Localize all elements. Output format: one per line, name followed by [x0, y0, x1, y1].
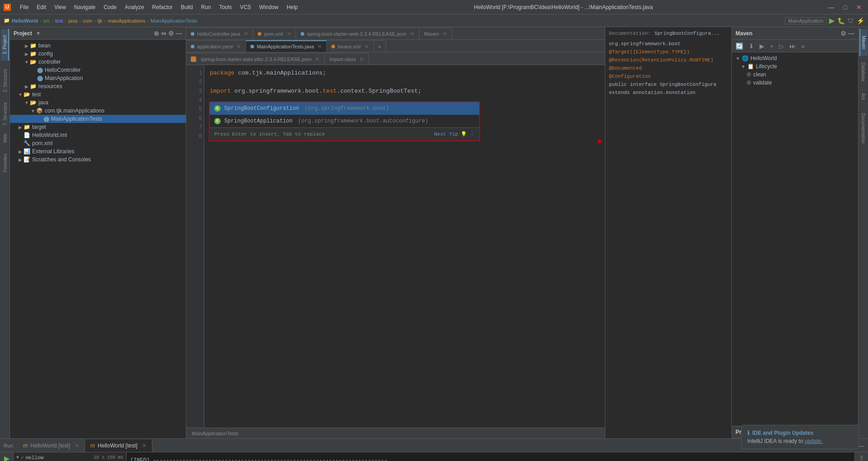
tab-spring-web[interactable]: spring-boot-starter-web-2.3.4.RELEASE.po… — [296, 28, 420, 39]
maven-lifecycle[interactable]: ▼ 📋 Lifecycle — [732, 62, 858, 71]
tree-item-target[interactable]: ▶ 📁 target — [10, 123, 186, 131]
tab-close-beans[interactable]: ✕ — [364, 43, 369, 50]
tree-item-ext-libs[interactable]: ▶ 📊 External Libraries — [10, 147, 186, 155]
run1-close[interactable]: ✕ — [75, 442, 79, 449]
code-editor[interactable]: package com.tjk.mainApplications; import… — [204, 65, 605, 428]
run2-close[interactable]: ✕ — [142, 442, 146, 449]
tab-close-pom[interactable]: ✕ — [287, 31, 291, 37]
maven-helloworld[interactable]: ▼ 🌐 HelloWorld — [732, 54, 858, 62]
tree-item-hellocontroller[interactable]: ⬤ HelloController — [10, 66, 186, 74]
run-button[interactable]: ▶ — [829, 16, 835, 25]
minimize-button[interactable]: — — [826, 3, 837, 12]
breadcrumb-tjk[interactable]: tjk — [98, 18, 103, 24]
tab-main-tests[interactable]: MainApplicationTests.java ✕ — [246, 40, 327, 52]
tab-maven-settings[interactable]: Maven ✕ — [420, 28, 452, 39]
tab-close-mt[interactable]: ✕ — [317, 43, 322, 50]
sidebar-tab-project[interactable]: 1: Project — [1, 29, 9, 61]
ac-item-springbootapplication[interactable]: C SpringBootApplication (org.springframe… — [210, 115, 479, 127]
menu-code[interactable]: Code — [100, 3, 120, 11]
menu-run[interactable]: Run — [198, 3, 215, 11]
maven-validate[interactable]: ⚙ validate — [732, 79, 858, 87]
menu-vcs[interactable]: VCS — [236, 3, 255, 11]
tab-overflow[interactable]: » — [374, 40, 386, 52]
tab-close-maven[interactable]: ✕ — [443, 31, 447, 37]
maven-play-btn[interactable]: ▷ — [777, 42, 786, 51]
breadcrumb-com[interactable]: com — [83, 18, 92, 24]
right-tab-database[interactable]: Database — [859, 56, 868, 88]
tab-application-yaml[interactable]: application.yaml ✕ — [186, 40, 246, 52]
close-button[interactable]: ✕ — [854, 3, 864, 12]
tab-spring-data[interactable]: spring-boot-starter-data-jdbc-2.3.4.RELE… — [186, 53, 325, 65]
maven-add-btn[interactable]: + — [768, 42, 775, 51]
maven-clean[interactable]: ⚙ clean — [732, 71, 858, 79]
menu-build[interactable]: Build — [177, 3, 197, 11]
breadcrumb-main-applications[interactable]: mainApplications — [108, 18, 145, 24]
bottom-tab-run2[interactable]: m HelloWorld [test] ✕ — [85, 439, 152, 452]
tab-beans[interactable]: beans.xml ✕ — [327, 40, 373, 52]
tree-item-resources[interactable]: ▶ 📁 resources — [10, 82, 186, 90]
maven-minimize-btn[interactable]: — — [848, 30, 854, 37]
tree-item-bean[interactable]: ▶ 📁 bean — [10, 42, 186, 50]
tab-close-sw[interactable]: ✕ — [410, 31, 415, 37]
tree-item-test[interactable]: ▼ 📂 test — [10, 90, 186, 99]
next-tip-link[interactable]: Next Tip — [434, 130, 458, 139]
maven-refresh-btn[interactable]: 🔄 — [734, 42, 745, 51]
tab-import[interactable]: Import.class ✕ — [325, 53, 369, 65]
run-config-dropdown[interactable]: MainApplication — [785, 17, 826, 24]
profile-button[interactable]: ⚡ — [857, 17, 864, 24]
bottom-tab-run1[interactable]: m HelloWorld [test] ✕ — [18, 439, 85, 452]
sidebar-tab-structure2[interactable]: 7: Structure — [1, 100, 9, 127]
right-tab-documentation[interactable]: Documentation — [859, 106, 868, 151]
menu-refactor[interactable]: Refactor — [149, 3, 176, 11]
coverage-button[interactable]: 🛡 — [848, 17, 854, 24]
menu-help[interactable]: Help — [283, 3, 302, 11]
tree-item-iml[interactable]: 📄 HelloWorld.iml — [10, 131, 186, 139]
menu-window[interactable]: Window — [255, 3, 282, 11]
tree-item-config[interactable]: ▶ 📁 config — [10, 50, 186, 58]
tab-hellocontroller[interactable]: HelloController.java ✕ — [186, 28, 253, 39]
menu-tools[interactable]: Tools — [216, 3, 236, 11]
run-item-hellow[interactable]: ▼ ✓ HelloW 10 s 150 ms — [15, 454, 124, 461]
tab-pom[interactable]: pom.xml ✕ — [253, 28, 296, 39]
tree-item-mainapplication[interactable]: ⬤ MainApplication — [10, 74, 186, 82]
breadcrumb-src[interactable]: src — [43, 18, 50, 24]
tree-item-scratches[interactable]: ▶ 📝 Scratches and Consoles — [10, 155, 186, 164]
right-tab-maven[interactable]: Maven — [859, 29, 868, 56]
tree-item-java[interactable]: ▼ 📂 java — [10, 99, 186, 107]
bottom-minimize-btn[interactable]: — — [858, 442, 864, 449]
menu-file[interactable]: File — [16, 3, 32, 11]
tab-close-hc[interactable]: ✕ — [244, 31, 248, 37]
sidebar-tab-favorites[interactable]: Favorites — [1, 149, 9, 176]
project-settings-btn[interactable]: ⚙ — [168, 30, 174, 37]
maven-step-btn[interactable]: ⏭ — [788, 42, 797, 51]
ac-item-springbootconfiguration[interactable]: C SpringBootConfiguration (org.springfra… — [210, 102, 479, 115]
run-play-btn[interactable]: ▶ — [4, 454, 9, 461]
sidebar-tab-web[interactable]: Web — [1, 129, 9, 147]
log-scroll-up[interactable]: ⇧ — [859, 454, 864, 461]
menu-analyze[interactable]: Analyze — [121, 3, 148, 11]
breadcrumb-hello[interactable]: HelloWorld — [12, 18, 38, 24]
breadcrumb-test[interactable]: test — [55, 18, 63, 24]
tree-item-pom[interactable]: 🔧 pom.xml — [10, 139, 186, 147]
breadcrumb-java[interactable]: java — [68, 18, 77, 24]
menu-navigate[interactable]: Navigate — [71, 3, 99, 11]
right-tab-ant[interactable]: Ant — [859, 88, 868, 106]
project-sync-btn[interactable]: ⊕ — [154, 30, 159, 37]
maven-run-btn[interactable]: ▶ — [758, 42, 766, 51]
maven-download-btn[interactable]: ⬇ — [747, 42, 756, 51]
sidebar-tab-structure[interactable]: 2: Structure — [1, 62, 9, 99]
notif-update-link[interactable]: update. — [805, 438, 823, 444]
tab-close-import[interactable]: ✕ — [359, 56, 364, 62]
more-icon[interactable]: ⋮ — [470, 130, 475, 139]
tab-close-ay[interactable]: ✕ — [236, 43, 241, 50]
project-collapse-btn[interactable]: ⇔ — [161, 30, 166, 37]
project-minimize-btn[interactable]: — — [176, 30, 182, 37]
maven-settings-btn[interactable]: ⚙ — [840, 30, 846, 37]
tab-close-sd[interactable]: ✕ — [315, 56, 320, 62]
tree-item-controller[interactable]: ▼ 📂 controller — [10, 58, 186, 66]
menu-edit[interactable]: Edit — [33, 3, 50, 11]
breadcrumb-test-class[interactable]: MainApplicationTests — [151, 18, 197, 24]
tree-item-package[interactable]: ▼ 📦 com.tjk.mainApplications — [10, 107, 186, 115]
maven-more-btn[interactable]: » — [799, 42, 807, 51]
debug-button[interactable]: 🐛 — [837, 17, 845, 24]
